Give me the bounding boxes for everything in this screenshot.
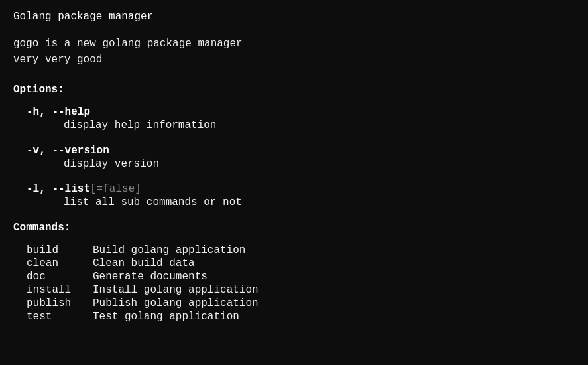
option-long-version: --version	[52, 145, 109, 157]
description-block: gogo is a new golang package manager ver…	[13, 36, 575, 68]
command-desc-build: Build golang application	[93, 244, 245, 256]
command-desc-install: Install golang application	[93, 284, 259, 296]
option-desc-version: display version	[27, 158, 575, 170]
option-name-version: -v, --version	[27, 145, 575, 157]
command-name-doc: doc	[27, 271, 93, 283]
command-name-build: build	[27, 244, 93, 256]
option-short-l: -l,	[27, 183, 52, 195]
option-item-list: -l, --list[=false] list all sub commands…	[13, 183, 575, 208]
command-desc-test: Test golang application	[93, 311, 239, 323]
option-name-help: -h, --help	[27, 106, 575, 118]
command-name-install: install	[27, 284, 93, 296]
option-short-h: -h,	[27, 106, 52, 118]
command-row-clean: clean Clean build data	[13, 257, 575, 269]
command-name-clean: clean	[27, 257, 93, 269]
description-line1: gogo is a new golang package manager	[13, 36, 575, 52]
command-row-test: test Test golang application	[13, 311, 575, 323]
command-desc-publish: Publish golang application	[93, 297, 259, 309]
command-desc-clean: Clean build data	[93, 257, 195, 269]
command-row-install: install Install golang application	[13, 284, 575, 296]
option-desc-list: list all sub commands or not	[27, 196, 575, 208]
command-row-doc: doc Generate documents	[13, 271, 575, 283]
option-item-help: -h, --help display help information	[13, 106, 575, 131]
command-name-publish: publish	[27, 297, 93, 309]
option-long-help: --help	[52, 106, 90, 118]
option-short-v: -v,	[27, 145, 52, 157]
option-long-list: --list	[52, 183, 90, 195]
option-desc-help: display help information	[27, 119, 575, 131]
option-default-list: [=false]	[90, 183, 141, 195]
command-row-publish: publish Publish golang application	[13, 297, 575, 309]
page-title: Golang package manager	[13, 11, 575, 23]
command-name-test: test	[27, 311, 93, 323]
commands-section: Commands: build Build golang application…	[13, 222, 575, 323]
command-desc-doc: Generate documents	[93, 271, 207, 283]
options-label: Options:	[13, 84, 575, 96]
command-row-build: build Build golang application	[13, 244, 575, 256]
options-section: Options: -h, --help display help informa…	[13, 84, 575, 208]
commands-label: Commands:	[13, 222, 575, 234]
option-item-version: -v, --version display version	[13, 145, 575, 170]
option-name-list: -l, --list[=false]	[27, 183, 575, 195]
description-line2: very very good	[13, 52, 575, 68]
